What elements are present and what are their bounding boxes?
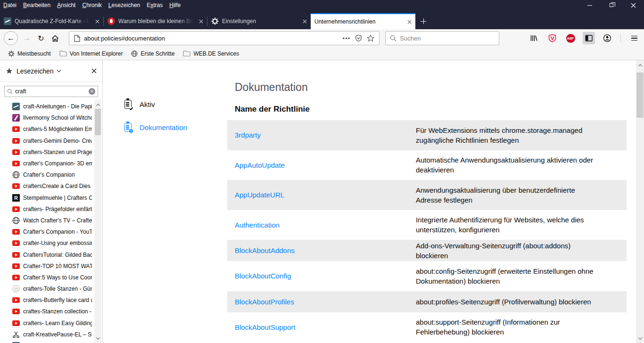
bookmark-erste-schritte[interactable]: Erste Schritte <box>127 47 179 60</box>
feather-icon <box>12 114 20 122</box>
app-menu-button[interactable] <box>628 32 640 44</box>
account-button[interactable] <box>601 32 613 44</box>
home-button[interactable] <box>48 31 62 45</box>
folder-icon <box>183 50 190 57</box>
forward-button[interactable]: → <box>20 31 34 45</box>
nav-dokumentation[interactable]: Dokumentation <box>124 123 187 132</box>
list-item[interactable]: Ilvermorny School of Witchcr <box>0 112 102 123</box>
tab-close-icon[interactable] <box>407 20 412 24</box>
chevron-down-icon[interactable] <box>57 68 60 72</box>
home-icon <box>51 35 59 42</box>
menu-extras[interactable]: Extras <box>143 1 166 9</box>
list-item[interactable]: crafters-Tolle Stanzen - Günst <box>0 283 102 294</box>
flame-icon <box>107 17 115 25</box>
sidebar-search-input[interactable] <box>15 88 86 95</box>
sidebar-toggle-button[interactable] <box>583 32 595 44</box>
policy-description: Integrierte Authentifizierung für Websit… <box>416 215 627 235</box>
search-bar[interactable] <box>385 31 499 45</box>
tab-warum-bleiben[interactable]: Warum bleiben die kleinen Bild <box>104 13 207 29</box>
policy-link[interactable]: BlockAboutProfiles <box>227 298 416 306</box>
list-item[interactable]: crafters-Die Papiertante-NE <box>0 340 102 343</box>
list-item[interactable]: crafters-5 Möglichkeiten Emb <box>0 123 102 135</box>
scrollbar-thumb[interactable] <box>636 73 644 118</box>
tab-einstellungen[interactable]: Einstellungen <box>207 13 311 29</box>
list-item[interactable]: crafters-Butterfly lace card de <box>0 294 102 306</box>
menu-datei[interactable]: Datei <box>0 1 20 9</box>
list-item[interactable]: craftes-Stanzen collection - Y. <box>0 306 102 317</box>
list-item[interactable]: Crafter's Companion <box>0 169 102 180</box>
url-bar[interactable]: ••• <box>69 31 380 45</box>
policy-link[interactable]: 3rdparty <box>227 131 416 139</box>
nav-aktiv[interactable]: Aktiv <box>124 100 155 109</box>
menu-lesezeichen[interactable]: Lesezeichen <box>105 1 143 9</box>
policy-link[interactable]: Authentication <box>227 221 416 229</box>
new-tab-button[interactable] <box>415 13 431 29</box>
bookmark-star-icon[interactable] <box>367 34 374 42</box>
restore-button[interactable] <box>601 0 622 10</box>
list-item[interactable]: Watch Crafter's TV – Crafters . <box>0 215 102 226</box>
list-item[interactable]: Crafter:5 Ways to Use Coordi <box>0 272 102 283</box>
list-item[interactable]: craftersCreate a Card Dies : D <box>0 180 102 192</box>
list-item[interactable]: Crafter-TOP 10 MOST WATCH <box>0 261 102 272</box>
globe-icon <box>12 217 20 224</box>
scroll-up-icon[interactable] <box>636 62 644 69</box>
youtube-icon <box>12 138 20 144</box>
adblock-plus-button[interactable]: ABP <box>564 32 577 44</box>
scroll-down-icon[interactable] <box>94 335 101 342</box>
tab-quadratische-zfold[interactable]: Quadratische Z-Fold-Karte - Di <box>0 13 103 29</box>
menu-hilfe[interactable]: Hilfe <box>166 1 184 9</box>
list-item[interactable]: craft-Anleitungen - Die Papie <box>0 101 102 112</box>
policy-description: Anwendungsaktualisierung über benutzerde… <box>416 185 627 205</box>
close-button[interactable] <box>622 0 644 10</box>
scrollbar-thumb[interactable] <box>95 109 101 135</box>
menu-bearbeiten[interactable]: Bearbeiten <box>20 1 54 9</box>
tab-close-icon[interactable] <box>95 19 99 24</box>
list-item[interactable]: CraftersTutorial: Gilded Backg <box>0 249 102 260</box>
menu-chronik[interactable]: Chronik <box>79 1 105 9</box>
sidebar-scrollbar[interactable] <box>94 100 101 343</box>
tracking-shield-button[interactable] <box>546 32 558 44</box>
reload-button[interactable]: ↻ <box>34 31 48 45</box>
policy-link[interactable]: BlockAboutAddons <box>227 246 416 254</box>
bookmark-folder-webde-services[interactable]: WEB.DE Services <box>179 47 243 60</box>
scroll-up-icon[interactable] <box>94 101 101 108</box>
pocket-shield-icon[interactable] <box>355 34 362 42</box>
bookmarks-toolbar: Meistbesucht Von Internet Explorer Erste… <box>0 47 644 60</box>
list-item[interactable]: crafters-Gemini Demo- Create <box>0 135 102 147</box>
scroll-down-icon[interactable] <box>636 335 644 342</box>
back-button[interactable]: ← <box>4 31 18 45</box>
menu-ansicht[interactable]: Ansicht <box>54 1 79 9</box>
tab-close-icon[interactable] <box>303 19 307 24</box>
tab-close-icon[interactable] <box>199 19 203 24</box>
account-icon <box>603 34 611 42</box>
policy-link[interactable]: AppUpdateURL <box>227 191 416 199</box>
sidebar-close-button[interactable] <box>91 68 97 74</box>
page-actions-icon[interactable]: ••• <box>343 35 351 42</box>
search-input[interactable] <box>400 35 495 42</box>
policy-link[interactable]: BlockAboutConfig <box>227 272 416 280</box>
list-item[interactable]: craft-KreativePause-EL – Stam <box>0 329 102 340</box>
list-item[interactable]: crafter's Companion- 3D emb <box>0 158 102 169</box>
star-icon <box>6 67 13 74</box>
url-input[interactable] <box>84 35 339 42</box>
bookmark-meistbesucht[interactable]: Meistbesucht <box>4 47 55 60</box>
plus-icon <box>421 18 426 24</box>
policy-link[interactable]: AppAutoUpdate <box>227 161 416 169</box>
list-item[interactable]: crafters-Stanzen und Prägen . <box>0 147 102 158</box>
policy-link[interactable]: BlockAboutSupport <box>227 323 416 331</box>
list-item[interactable]: crafter-Using your embossing <box>0 237 102 249</box>
sidebar-search[interactable]: ✕ <box>4 86 98 97</box>
list-item[interactable]: crafters- Prägefolder einfärbe <box>0 204 102 215</box>
list-item[interactable]: Stempelmuehle | Crafters Co. <box>0 192 102 204</box>
bookmark-folder-von-internet-explorer[interactable]: Von Internet Explorer <box>55 47 127 60</box>
globe-icon <box>12 171 20 179</box>
folder-icon <box>59 50 67 57</box>
list-item[interactable]: Crafter's Companion - YouTu <box>0 226 102 237</box>
minimize-button[interactable] <box>579 0 601 10</box>
menu-bar: Datei Bearbeiten Ansicht Chronik Lesezei… <box>0 0 644 10</box>
page-scrollbar[interactable] <box>636 60 644 343</box>
list-item[interactable]: crafters- Learn Easy Gilding Fl <box>0 318 102 329</box>
library-button[interactable] <box>528 32 540 44</box>
tab-unternehmensrichtlinien[interactable]: Unternehmensrichtlinien <box>311 13 415 29</box>
clear-search-icon[interactable]: ✕ <box>89 88 95 95</box>
